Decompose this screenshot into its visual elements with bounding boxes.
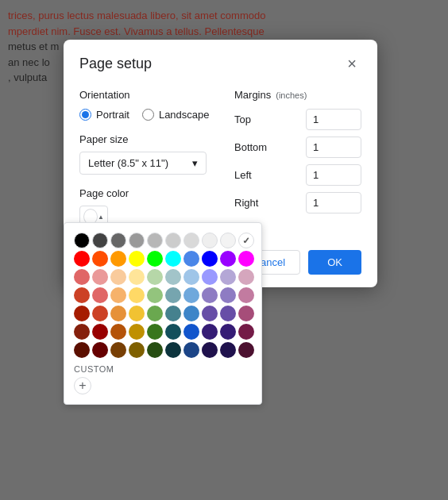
color-dot[interactable] <box>220 342 236 358</box>
color-dot[interactable] <box>202 342 218 358</box>
color-dot[interactable] <box>74 324 90 340</box>
color-dot[interactable] <box>147 342 163 358</box>
color-dot[interactable] <box>110 324 126 340</box>
color-dot[interactable] <box>202 287 218 303</box>
paper-size-value: Letter (8.5" x 11") <box>88 157 168 169</box>
left-section: Orientation Portrait Landscape Paper siz… <box>79 89 218 228</box>
color-dot[interactable] <box>147 269 163 285</box>
color-dot[interactable] <box>74 287 90 303</box>
color-dot[interactable] <box>238 342 254 358</box>
color-dot[interactable] <box>183 251 199 267</box>
margins-unit: (inches) <box>276 90 307 100</box>
color-dot[interactable] <box>220 306 236 321</box>
color-dot[interactable] <box>110 306 126 321</box>
color-dot[interactable] <box>110 269 126 285</box>
color-dot[interactable] <box>165 287 181 303</box>
color-dot[interactable] <box>202 269 218 285</box>
color-dot[interactable] <box>129 324 145 340</box>
color-dot[interactable] <box>165 251 181 267</box>
landscape-option[interactable]: Landscape <box>142 109 210 121</box>
right-label: Right <box>234 197 274 209</box>
color-dot[interactable] <box>92 251 108 267</box>
color-dot[interactable] <box>238 287 254 303</box>
right-input[interactable] <box>306 192 361 213</box>
color-dot[interactable] <box>129 342 145 358</box>
plus-icon: + <box>79 379 86 393</box>
dialog-body: Orientation Portrait Landscape Paper siz… <box>64 81 377 244</box>
color-dot[interactable] <box>220 269 236 285</box>
color-dot[interactable] <box>183 342 199 358</box>
color-dot[interactable] <box>147 324 163 340</box>
color-dot[interactable] <box>74 233 90 248</box>
color-dot[interactable] <box>74 251 90 267</box>
bottom-input[interactable] <box>306 137 361 158</box>
color-dot[interactable] <box>129 269 145 285</box>
color-dot[interactable] <box>202 306 218 321</box>
color-dot[interactable] <box>165 306 181 321</box>
margin-left-row: Left <box>234 164 361 186</box>
color-dot[interactable] <box>129 233 145 248</box>
color-dot[interactable] <box>183 269 199 285</box>
color-dot[interactable] <box>220 233 236 248</box>
margin-top-row: Top <box>234 109 361 130</box>
custom-label: CUSTOM <box>74 364 252 374</box>
paper-size-select[interactable]: Letter (8.5" x 11") ▾ <box>79 152 207 175</box>
color-dot[interactable] <box>74 306 90 321</box>
color-dot[interactable] <box>183 324 199 340</box>
color-dot[interactable] <box>183 306 199 321</box>
color-dot[interactable] <box>202 233 218 248</box>
portrait-label: Portrait <box>96 109 129 121</box>
color-grid: ✓ <box>74 233 252 358</box>
color-dot[interactable] <box>92 324 108 340</box>
color-dot[interactable] <box>92 287 108 303</box>
color-dot[interactable] <box>202 324 218 340</box>
color-dot[interactable] <box>110 287 126 303</box>
color-dot[interactable] <box>110 233 126 248</box>
color-dot[interactable] <box>238 306 254 321</box>
color-dot[interactable] <box>165 324 181 340</box>
color-dot[interactable] <box>238 324 254 340</box>
landscape-radio[interactable] <box>142 109 154 121</box>
color-dot[interactable]: ✓ <box>238 233 254 248</box>
color-dot[interactable] <box>147 287 163 303</box>
color-dot[interactable] <box>92 233 108 248</box>
ok-button[interactable]: OK <box>308 250 361 275</box>
portrait-option[interactable]: Portrait <box>79 109 129 121</box>
color-dot[interactable] <box>110 251 126 267</box>
color-dot[interactable] <box>165 269 181 285</box>
color-dot[interactable] <box>238 269 254 285</box>
color-dot[interactable] <box>74 269 90 285</box>
color-dot[interactable] <box>147 233 163 248</box>
color-dot[interactable] <box>238 251 254 267</box>
orientation-label: Orientation <box>79 89 218 101</box>
color-dot[interactable] <box>165 233 181 248</box>
left-input[interactable] <box>306 164 361 186</box>
paper-size-arrow-icon: ▾ <box>192 157 198 169</box>
landscape-label: Landscape <box>159 109 210 121</box>
portrait-radio[interactable] <box>79 109 91 121</box>
color-dot[interactable] <box>202 251 218 267</box>
color-dot[interactable] <box>74 342 90 358</box>
right-section: Margins (inches) Top Bottom Left Right <box>234 89 361 228</box>
color-dot[interactable] <box>220 251 236 267</box>
color-dot[interactable] <box>220 287 236 303</box>
orientation-row: Portrait Landscape <box>79 109 218 121</box>
color-dot[interactable] <box>92 269 108 285</box>
color-dot[interactable] <box>92 342 108 358</box>
close-button[interactable]: × <box>342 54 361 73</box>
top-input[interactable] <box>306 109 361 130</box>
color-picker-popup: ✓ CUSTOM + <box>64 222 262 405</box>
color-dot[interactable] <box>129 306 145 321</box>
dialog-header: Page setup × <box>64 40 377 81</box>
color-dot[interactable] <box>147 306 163 321</box>
add-custom-color-button[interactable]: + <box>74 377 91 394</box>
color-dot[interactable] <box>129 251 145 267</box>
color-dot[interactable] <box>110 342 126 358</box>
color-dot[interactable] <box>183 287 199 303</box>
color-dot[interactable] <box>92 306 108 321</box>
color-dot[interactable] <box>165 342 181 358</box>
color-dot[interactable] <box>183 233 199 248</box>
color-dot[interactable] <box>147 251 163 267</box>
color-dot[interactable] <box>220 324 236 340</box>
color-dot[interactable] <box>129 287 145 303</box>
